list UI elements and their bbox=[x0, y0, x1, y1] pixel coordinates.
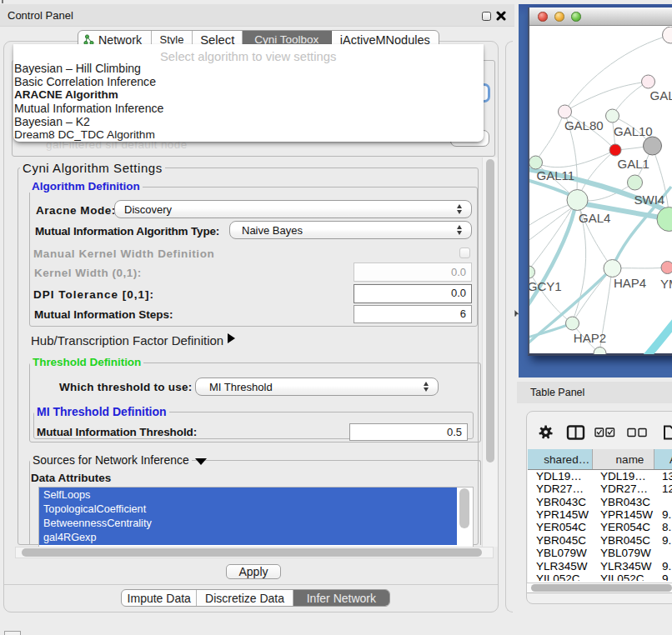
svg-text:GAL11: GAL11 bbox=[537, 168, 575, 182]
svg-text:HAP4: HAP4 bbox=[614, 276, 646, 290]
svg-text:GAL10: GAL10 bbox=[614, 124, 653, 138]
svg-text:GAL80: GAL80 bbox=[564, 118, 604, 132]
svg-text:GCY1: GCY1 bbox=[529, 279, 562, 293]
svg-text:GAL1: GAL1 bbox=[618, 157, 649, 171]
svg-text:GAL4: GAL4 bbox=[579, 211, 610, 225]
svg-text:GAL7: GAL7 bbox=[650, 88, 672, 102]
svg-text:SWI4: SWI4 bbox=[634, 192, 665, 207]
svg-text:HAP2: HAP2 bbox=[574, 331, 606, 345]
svg-text:YM: YM bbox=[660, 277, 672, 291]
